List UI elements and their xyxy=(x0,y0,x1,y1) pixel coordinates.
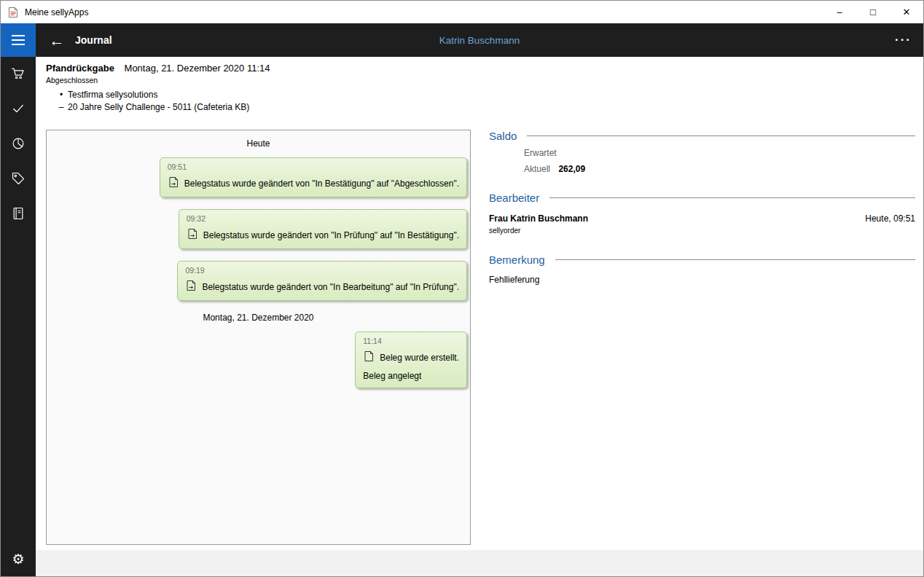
entry-text: Belegstatus wurde geändert von "In Prüfu… xyxy=(203,230,459,240)
entry-text: Belegstatus wurde geändert von "In Bestä… xyxy=(184,178,459,189)
close-button[interactable]: ✕ xyxy=(890,1,923,23)
order-row: – 20 Jahre Selly Challenge - 5011 (Cafet… xyxy=(46,102,270,112)
expected-row: Erwartet xyxy=(489,148,915,158)
entry-time: 09:19 xyxy=(185,266,459,275)
document-title-line: Pfandrückgabe Montag, 21. Dezember 2020 … xyxy=(46,63,270,74)
document-created-icon xyxy=(363,350,375,364)
details-pane: Saldo Erwartet Aktuell 262,09 Bearbeiter xyxy=(489,130,915,285)
gear-icon: ⚙ xyxy=(12,551,24,568)
entry-text: Beleg wurde erstellt. xyxy=(380,353,459,363)
saldo-section-heading: Saldo xyxy=(489,130,915,142)
sidebar-item-orders[interactable] xyxy=(1,57,36,92)
cart-icon xyxy=(11,66,26,83)
editor-name: Frau Katrin Buschmann xyxy=(489,213,588,224)
sidebar-item-journal[interactable] xyxy=(1,197,36,232)
document-info: Pfandrückgabe Montag, 21. Dezember 2020 … xyxy=(46,63,270,112)
status-change-icon xyxy=(185,280,197,294)
journal-entry[interactable]: 09:19 Belegstatus wurde geändert von "In… xyxy=(177,261,467,301)
document-status: Abgeschlossen xyxy=(46,76,270,85)
hamburger-menu-button[interactable] xyxy=(1,23,36,57)
document-title: Pfandrückgabe xyxy=(46,63,114,74)
entry-time: 09:51 xyxy=(168,162,459,171)
more-options-button[interactable]: ··· xyxy=(890,33,916,47)
remark-text: Fehllieferung xyxy=(489,275,915,285)
document-meta-list: • Testfirma sellysolutions – 20 Jahre Se… xyxy=(46,90,270,112)
appbar: ← Journal Katrin Buschmann ··· xyxy=(36,23,923,57)
minimize-button[interactable]: – xyxy=(823,1,856,23)
status-change-icon xyxy=(187,228,198,242)
editor-heading-label: Bearbeiter xyxy=(489,192,539,204)
app-shell: ⚙ ← Journal Katrin Buschmann ··· xyxy=(1,23,923,576)
window-controls: – □ ✕ xyxy=(823,1,923,23)
section-rule xyxy=(527,136,915,136)
entry-text: Belegstatus wurde geändert von "In Bearb… xyxy=(202,282,459,292)
status-change-icon xyxy=(168,176,179,190)
entry-line: Belegstatus wurde geändert von "In Bearb… xyxy=(185,280,459,294)
user-name-button[interactable]: Katrin Buschmann xyxy=(439,35,520,46)
entry-time: 09:32 xyxy=(187,214,459,223)
section-rule xyxy=(555,259,915,260)
app-icon xyxy=(7,7,19,18)
journal-entry[interactable]: 09:32 Belegstatus wurde geändert von "In… xyxy=(179,209,467,249)
entry-line: Belegstatus wurde geändert von "In Prüfu… xyxy=(187,228,459,242)
current-label: Aktuell xyxy=(524,164,550,174)
expected-label: Erwartet xyxy=(524,148,557,158)
tag-icon xyxy=(11,171,26,188)
app-window: Meine sellyApps – □ ✕ xyxy=(0,0,924,577)
entry-line: Beleg wurde erstellt. xyxy=(363,350,459,364)
journal-entry[interactable]: 11:14 Beleg wurde erstellt. Beleg angele… xyxy=(355,331,467,388)
maximize-button[interactable]: □ xyxy=(856,1,890,23)
entry-note: Beleg angelegt xyxy=(363,371,459,381)
journal-group-header: Heute xyxy=(47,138,470,149)
ellipsis-icon: ··· xyxy=(895,33,912,47)
entry-time: 11:14 xyxy=(363,337,459,345)
window-title: Meine sellyApps xyxy=(25,7,88,17)
hamburger-icon xyxy=(12,35,25,36)
sidebar-item-tasks[interactable] xyxy=(1,92,36,127)
back-button[interactable]: ← xyxy=(43,27,71,53)
entry-line: Belegstatus wurde geändert von "In Bestä… xyxy=(168,176,459,190)
remark-heading-label: Bemerkung xyxy=(489,254,545,266)
sidebar: ⚙ xyxy=(1,23,36,576)
page-title: Journal xyxy=(75,34,112,46)
journal-entry[interactable]: 09:51 Belegstatus wurde geändert von "In… xyxy=(160,157,467,197)
current-row: Aktuell 262,09 xyxy=(489,164,915,174)
company-name: Testfirma sellysolutions xyxy=(68,90,157,100)
settings-button[interactable]: ⚙ xyxy=(1,541,36,576)
journal-book-icon xyxy=(11,206,26,223)
editor-app: sellyorder xyxy=(489,227,915,235)
journal-timeline-panel[interactable]: Heute 09:51 Belegstatus wurde geändert v… xyxy=(46,130,471,545)
sidebar-item-offers[interactable] xyxy=(1,162,36,197)
footer-strip xyxy=(36,550,923,576)
section-rule xyxy=(549,197,915,198)
check-icon xyxy=(11,101,26,118)
titlebar: Meine sellyApps – □ ✕ xyxy=(1,1,923,23)
journal-group-header: Montag, 21. Dezember 2020 xyxy=(47,313,470,323)
main-column: ← Journal Katrin Buschmann ··· Pfandrück… xyxy=(36,23,923,576)
editor-time: Heute, 09:51 xyxy=(865,213,915,224)
sidebar-item-statistics[interactable] xyxy=(1,127,36,162)
bullet-dot: • xyxy=(55,90,68,100)
bullet-dash: – xyxy=(55,102,68,112)
current-value: 262,09 xyxy=(558,164,585,174)
remark-section-heading: Bemerkung xyxy=(489,254,915,266)
content-area: Pfandrückgabe Montag, 21. Dezember 2020 … xyxy=(36,57,923,550)
document-datetime: Montag, 21. Dezember 2020 11:14 xyxy=(125,63,270,74)
company-row: • Testfirma sellysolutions xyxy=(46,90,270,100)
editor-row: Frau Katrin Buschmann Heute, 09:51 xyxy=(489,213,915,224)
editor-section-heading: Bearbeiter xyxy=(489,192,915,204)
pie-chart-icon xyxy=(11,136,26,153)
back-arrow-icon: ← xyxy=(50,32,65,49)
saldo-heading-label: Saldo xyxy=(489,130,517,142)
order-name: 20 Jahre Selly Challenge - 5011 (Cafeter… xyxy=(68,102,249,112)
